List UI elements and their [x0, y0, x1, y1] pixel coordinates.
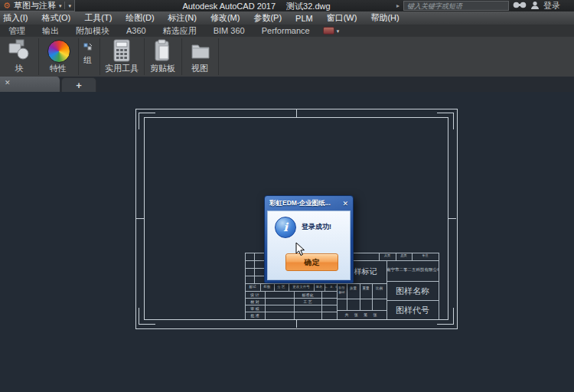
clipboard-button[interactable]: [154, 39, 171, 65]
dialog-title: 彩虹EDM-企业图纸...: [269, 199, 331, 208]
chevron-down-icon[interactable]: ▾: [68, 3, 71, 8]
file-tab-active[interactable]: ✕: [0, 77, 60, 92]
properties-button[interactable]: [47, 40, 70, 63]
signin-button[interactable]: 登录: [543, 0, 560, 11]
color-wheel-icon: [47, 40, 70, 63]
menu-dimension[interactable]: 标注(N): [161, 12, 204, 24]
chevron-down-icon: ▾: [337, 28, 340, 34]
file-tab-bar: ✕ +: [0, 77, 574, 92]
menu-format[interactable]: 格式(O): [34, 12, 77, 24]
ribbon-tab-bim360[interactable]: BIM 360: [205, 26, 253, 35]
binoculars-search-icon[interactable]: [513, 1, 527, 11]
tb-top-cell: 总页: [396, 253, 412, 257]
ok-button[interactable]: 确定: [285, 253, 338, 271]
titlebar: ⚙ 草图与注释 ▾ ▾ Autodesk AutoCAD 2017测试32.dw…: [0, 0, 574, 11]
user-icon[interactable]: [530, 1, 540, 11]
menu-tools[interactable]: 工具(T): [77, 12, 119, 24]
panel-label-view: 视图: [181, 63, 218, 74]
close-icon[interactable]: ✕: [342, 200, 348, 207]
panel-label-block: 块: [0, 63, 38, 74]
menu-help[interactable]: 帮助(H): [364, 12, 406, 24]
ribbon-display-toggle[interactable]: ▾: [323, 27, 340, 34]
touch-mode-icon: [323, 27, 334, 34]
dialog-message: 登录成功!: [302, 222, 331, 232]
ribbon-tab-output[interactable]: 输出: [34, 25, 67, 37]
menu-insert[interactable]: 插入(I): [0, 12, 34, 24]
group-label: 组: [83, 54, 93, 66]
close-icon[interactable]: ✕: [5, 80, 11, 87]
menu-modify[interactable]: 修改(M): [204, 12, 247, 24]
drawing-code-label: 图样代号: [386, 305, 439, 316]
block-icon: [8, 39, 31, 60]
folder-view-icon: [191, 41, 210, 60]
menu-parametric[interactable]: 参数(P): [246, 12, 289, 24]
infocenter: ▸ 登录: [396, 1, 560, 11]
stage-mark-label: 标记: [337, 290, 347, 294]
menu-window[interactable]: 窗口(W): [320, 12, 364, 24]
expand-arrow-icon[interactable]: ▸: [396, 2, 400, 9]
ribbon-tab-addins[interactable]: 附加模块: [67, 25, 118, 37]
ribbon-tab-a360[interactable]: A360: [118, 26, 155, 35]
gear-icon: ⚙: [3, 2, 11, 10]
company-name: 南宁市二零二五科技有限公司: [386, 267, 439, 273]
ribbon: 块 特性 组: [0, 37, 574, 77]
menubar: 插入(I) 格式(O) 工具(T) 绘图(D) 标注(N) 修改(M) 参数(P…: [0, 11, 574, 24]
block-button[interactable]: [8, 39, 31, 64]
app-title: Autodesk AutoCAD 2017: [182, 2, 276, 11]
panel-label-utilities: 实用工具: [99, 63, 144, 74]
new-drawing-tab-button[interactable]: +: [61, 77, 96, 93]
ribbon-tab-manage[interactable]: 管理: [0, 25, 34, 37]
utilities-button[interactable]: [113, 39, 130, 65]
group-icon: [83, 43, 93, 51]
tb-top-cell: 备注: [412, 253, 439, 257]
ribbon-tab-featured-apps[interactable]: 精选应用: [155, 25, 205, 37]
drawing-canvas[interactable]: 共页 总页 备注 南宁市二零二五科技有限公司 图样标记 图样名称 图样代号 标记…: [0, 92, 574, 392]
sheet-count-row: 共 张 第 张: [338, 312, 386, 317]
panel-label-clipboard: 剪贴板: [144, 63, 181, 74]
stage-mark-label: 阶段: [337, 286, 347, 289]
menu-plm[interactable]: PLM: [289, 14, 320, 23]
divider: [64, 2, 65, 9]
tb-top-cell: 共页: [379, 253, 396, 257]
cursor-arrow-icon: [295, 242, 305, 260]
ribbon-tab-performance[interactable]: Performance: [253, 26, 318, 35]
login-success-dialog: 彩虹EDM-企业图纸... ✕ i 登录成功! 确定: [264, 195, 354, 283]
window-title: Autodesk AutoCAD 2017测试32.dwg: [92, 1, 421, 12]
workspace-switcher[interactable]: ⚙ 草图与注释 ▾ ▾: [0, 0, 75, 11]
view-button[interactable]: [191, 41, 210, 63]
info-icon: i: [275, 217, 296, 238]
menu-draw[interactable]: 绘图(D): [119, 12, 161, 24]
calculator-icon: [113, 39, 130, 62]
clipboard-icon: [154, 39, 171, 62]
document-name: 测试32.dwg: [286, 2, 330, 11]
plus-icon: +: [76, 80, 82, 91]
search-input[interactable]: [403, 1, 509, 11]
group-button[interactable]: 组: [83, 41, 93, 66]
workspace-label: 草图与注释: [14, 0, 56, 11]
drawing-name-label: 图样名称: [386, 286, 439, 297]
panel-label-properties: 特性: [38, 63, 78, 74]
dialog-titlebar[interactable]: 彩虹EDM-企业图纸... ✕: [265, 196, 353, 211]
ribbon-tab-bar: 管理 输出 附加模块 A360 精选应用 BIM 360 Performance…: [0, 24, 574, 37]
autocad-window: ⚙ 草图与注释 ▾ ▾ Autodesk AutoCAD 2017测试32.dw…: [0, 0, 574, 392]
chevron-down-icon: ▾: [59, 3, 62, 8]
